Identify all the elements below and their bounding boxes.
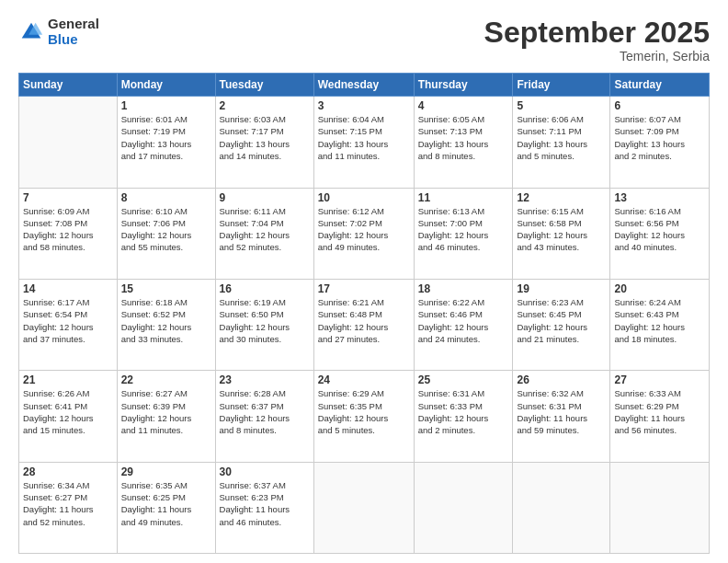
day-info: Sunrise: 6:13 AMSunset: 7:00 PMDaylight:… [418, 205, 509, 254]
logo-general: General [48, 17, 99, 32]
day-info: Sunrise: 6:29 AMSunset: 6:35 PMDaylight:… [318, 387, 410, 436]
calendar-cell: 1Sunrise: 6:01 AMSunset: 7:19 PMDaylight… [117, 97, 215, 188]
calendar-cell: 17Sunrise: 6:21 AMSunset: 6:48 PMDayligh… [313, 279, 414, 370]
calendar-cell [513, 462, 610, 553]
day-info: Sunrise: 6:01 AMSunset: 7:19 PMDaylight:… [121, 113, 211, 162]
calendar-cell [19, 97, 118, 188]
day-number: 17 [318, 282, 410, 295]
day-info: Sunrise: 6:07 AMSunset: 7:09 PMDaylight:… [614, 113, 705, 162]
calendar-cell: 22Sunrise: 6:27 AMSunset: 6:39 PMDayligh… [117, 371, 215, 462]
calendar-week-row: 14Sunrise: 6:17 AMSunset: 6:54 PMDayligh… [19, 279, 710, 370]
day-number: 13 [614, 191, 705, 204]
calendar-cell: 14Sunrise: 6:17 AMSunset: 6:54 PMDayligh… [19, 279, 118, 370]
day-info: Sunrise: 6:06 AMSunset: 7:11 PMDaylight:… [517, 113, 606, 162]
day-info: Sunrise: 6:33 AMSunset: 6:29 PMDaylight:… [614, 387, 705, 436]
calendar-body: 1Sunrise: 6:01 AMSunset: 7:19 PMDaylight… [19, 97, 710, 554]
day-number: 3 [318, 99, 410, 112]
calendar-cell: 21Sunrise: 6:26 AMSunset: 6:41 PMDayligh… [19, 371, 118, 462]
calendar-cell: 29Sunrise: 6:35 AMSunset: 6:25 PMDayligh… [117, 462, 215, 553]
day-info: Sunrise: 6:31 AMSunset: 6:33 PMDaylight:… [418, 387, 509, 436]
calendar-cell: 10Sunrise: 6:12 AMSunset: 7:02 PMDayligh… [313, 188, 414, 279]
day-number: 16 [220, 282, 310, 295]
day-info: Sunrise: 6:32 AMSunset: 6:31 PMDaylight:… [517, 387, 606, 436]
day-number: 20 [614, 282, 705, 295]
day-info: Sunrise: 6:17 AMSunset: 6:54 PMDaylight:… [23, 296, 113, 345]
day-info: Sunrise: 6:27 AMSunset: 6:39 PMDaylight:… [121, 387, 211, 436]
calendar-cell: 6Sunrise: 6:07 AMSunset: 7:09 PMDaylight… [610, 97, 710, 188]
day-number: 28 [23, 465, 113, 478]
calendar-cell: 8Sunrise: 6:10 AMSunset: 7:06 PMDaylight… [117, 188, 215, 279]
day-number: 1 [121, 99, 211, 112]
day-number: 9 [220, 191, 310, 204]
day-info: Sunrise: 6:04 AMSunset: 7:15 PMDaylight:… [318, 113, 410, 162]
day-number: 29 [121, 465, 211, 478]
calendar-cell: 15Sunrise: 6:18 AMSunset: 6:52 PMDayligh… [117, 279, 215, 370]
day-number: 14 [23, 282, 113, 295]
header: General Blue September 2025 Temerin, Ser… [18, 17, 710, 63]
day-number: 21 [23, 373, 113, 386]
logo-icon [18, 19, 44, 45]
day-of-week-header: Thursday [414, 74, 513, 97]
calendar-cell: 12Sunrise: 6:15 AMSunset: 6:58 PMDayligh… [513, 188, 610, 279]
day-of-week-header: Saturday [610, 74, 710, 97]
calendar-cell: 11Sunrise: 6:13 AMSunset: 7:00 PMDayligh… [414, 188, 513, 279]
day-number: 11 [418, 191, 509, 204]
day-number: 19 [517, 282, 606, 295]
day-info: Sunrise: 6:11 AMSunset: 7:04 PMDaylight:… [220, 205, 310, 254]
month-title: September 2025 [484, 17, 710, 49]
calendar-week-row: 28Sunrise: 6:34 AMSunset: 6:27 PMDayligh… [19, 462, 710, 553]
day-info: Sunrise: 6:28 AMSunset: 6:37 PMDaylight:… [220, 387, 310, 436]
day-number: 12 [517, 191, 606, 204]
day-of-week-header: Friday [513, 74, 610, 97]
calendar-cell [313, 462, 414, 553]
day-info: Sunrise: 6:03 AMSunset: 7:17 PMDaylight:… [220, 113, 310, 162]
calendar-table: SundayMondayTuesdayWednesdayThursdayFrid… [18, 73, 710, 554]
calendar-cell [414, 462, 513, 553]
calendar-cell: 4Sunrise: 6:05 AMSunset: 7:13 PMDaylight… [414, 97, 513, 188]
day-info: Sunrise: 6:05 AMSunset: 7:13 PMDaylight:… [418, 113, 509, 162]
day-number: 18 [418, 282, 509, 295]
day-info: Sunrise: 6:22 AMSunset: 6:46 PMDaylight:… [418, 296, 509, 345]
calendar-cell: 16Sunrise: 6:19 AMSunset: 6:50 PMDayligh… [215, 279, 313, 370]
logo-blue: Blue [48, 32, 99, 48]
day-of-week-header: Wednesday [313, 74, 414, 97]
calendar-cell: 13Sunrise: 6:16 AMSunset: 6:56 PMDayligh… [610, 188, 710, 279]
day-number: 26 [517, 373, 606, 386]
day-of-week-header: Sunday [19, 74, 118, 97]
calendar-week-row: 21Sunrise: 6:26 AMSunset: 6:41 PMDayligh… [19, 371, 710, 462]
days-of-week-row: SundayMondayTuesdayWednesdayThursdayFrid… [19, 74, 710, 97]
day-number: 5 [517, 99, 606, 112]
day-of-week-header: Monday [117, 74, 215, 97]
calendar-cell: 19Sunrise: 6:23 AMSunset: 6:45 PMDayligh… [513, 279, 610, 370]
day-number: 27 [614, 373, 705, 386]
day-info: Sunrise: 6:23 AMSunset: 6:45 PMDaylight:… [517, 296, 606, 345]
day-info: Sunrise: 6:24 AMSunset: 6:43 PMDaylight:… [614, 296, 705, 345]
day-number: 2 [220, 99, 310, 112]
logo: General Blue [18, 17, 99, 47]
calendar-cell: 20Sunrise: 6:24 AMSunset: 6:43 PMDayligh… [610, 279, 710, 370]
day-info: Sunrise: 6:10 AMSunset: 7:06 PMDaylight:… [121, 205, 211, 254]
title-block: September 2025 Temerin, Serbia [484, 17, 710, 63]
day-number: 4 [418, 99, 509, 112]
day-info: Sunrise: 6:34 AMSunset: 6:27 PMDaylight:… [23, 479, 113, 528]
location-subtitle: Temerin, Serbia [484, 49, 710, 63]
day-info: Sunrise: 6:21 AMSunset: 6:48 PMDaylight:… [318, 296, 410, 345]
day-number: 25 [418, 373, 509, 386]
day-info: Sunrise: 6:35 AMSunset: 6:25 PMDaylight:… [121, 479, 211, 528]
calendar-cell: 5Sunrise: 6:06 AMSunset: 7:11 PMDaylight… [513, 97, 610, 188]
day-number: 15 [121, 282, 211, 295]
day-info: Sunrise: 6:15 AMSunset: 6:58 PMDaylight:… [517, 205, 606, 254]
calendar-cell: 23Sunrise: 6:28 AMSunset: 6:37 PMDayligh… [215, 371, 313, 462]
calendar-cell: 18Sunrise: 6:22 AMSunset: 6:46 PMDayligh… [414, 279, 513, 370]
day-info: Sunrise: 6:09 AMSunset: 7:08 PMDaylight:… [23, 205, 113, 254]
calendar-cell [610, 462, 710, 553]
day-number: 22 [121, 373, 211, 386]
day-number: 6 [614, 99, 705, 112]
day-number: 30 [220, 465, 310, 478]
calendar-week-row: 1Sunrise: 6:01 AMSunset: 7:19 PMDaylight… [19, 97, 710, 188]
page: General Blue September 2025 Temerin, Ser… [0, 0, 728, 563]
day-info: Sunrise: 6:18 AMSunset: 6:52 PMDaylight:… [121, 296, 211, 345]
calendar-cell: 26Sunrise: 6:32 AMSunset: 6:31 PMDayligh… [513, 371, 610, 462]
day-of-week-header: Tuesday [215, 74, 313, 97]
day-number: 7 [23, 191, 113, 204]
